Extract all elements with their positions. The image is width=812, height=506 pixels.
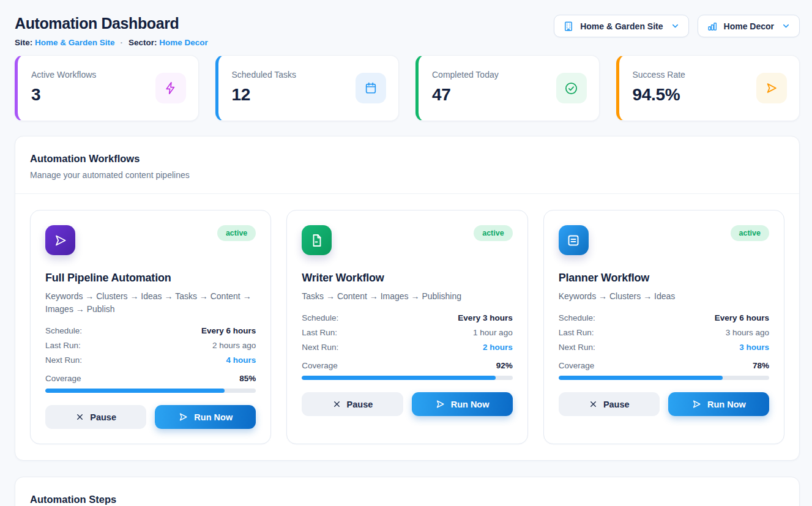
workflow-title: Planner Workflow	[559, 272, 769, 285]
stats-row: Active Workflows 3 Scheduled Tasks 12 Co…	[15, 55, 800, 121]
workflows-panel: Automation Workflows Manage your automat…	[15, 136, 800, 461]
workflow-pipeline: Tasks → Content → Images → Publishing	[302, 290, 512, 303]
workflows-panel-subtitle: Manage your automated content pipelines	[30, 170, 784, 180]
pause-button[interactable]: Pause	[559, 392, 660, 416]
coverage-value: 85%	[239, 374, 256, 383]
check-circle-icon	[556, 73, 587, 103]
sector-label: Sector:	[129, 38, 157, 47]
sector-selector-label: Home Decor	[724, 21, 774, 31]
workflow-card-planner: active Planner Workflow Keywords → Clust…	[543, 210, 784, 444]
next-run-row: Next Run: 2 hours	[302, 343, 512, 352]
stat-label: Success Rate	[633, 70, 685, 80]
coverage-progress-fill	[45, 389, 225, 393]
coverage-progress-bar	[45, 389, 256, 393]
last-run-row: Last Run: 3 hours ago	[559, 328, 769, 337]
workflow-pipeline: Keywords → Clusters → Ideas	[559, 290, 769, 303]
send-icon	[435, 399, 445, 409]
last-run-row: Last Run: 2 hours ago	[45, 341, 256, 350]
stat-label: Scheduled Tasks	[232, 70, 297, 80]
run-now-button[interactable]: Run Now	[155, 405, 256, 429]
send-icon	[691, 399, 702, 409]
send-icon	[178, 412, 188, 422]
stat-label: Active Workflows	[31, 70, 96, 80]
workflow-grid: active Full Pipeline Automation Keywords…	[30, 210, 784, 444]
run-now-button[interactable]: Run Now	[668, 392, 769, 416]
send-icon	[45, 225, 75, 255]
stat-label: Completed Today	[432, 70, 499, 80]
schedule-row: Schedule: Every 3 hours	[302, 313, 512, 322]
workflow-title: Full Pipeline Automation	[45, 272, 256, 285]
topbar: Automation Dashboard Site: Home & Garden…	[15, 10, 800, 47]
status-badge: active	[217, 225, 256, 241]
sector-link[interactable]: Home Decor	[159, 38, 208, 47]
pause-button[interactable]: Pause	[45, 405, 146, 429]
workflows-panel-body: active Full Pipeline Automation Keywords…	[15, 193, 799, 460]
run-now-button[interactable]: Run Now	[412, 392, 513, 416]
sector-selector-dropdown[interactable]: Home Decor	[698, 15, 800, 37]
stat-card-active-workflows: Active Workflows 3	[15, 55, 199, 121]
x-icon	[75, 412, 84, 422]
site-selector-label: Home & Garden Site	[580, 21, 663, 31]
next-run-row: Next Run: 4 hours	[45, 355, 256, 365]
stat-card-success-rate: Success Rate 94.5%	[616, 55, 800, 121]
bar-chart-icon	[707, 21, 718, 32]
stat-card-completed-today: Completed Today 47	[415, 55, 600, 121]
coverage-block: Coverage 92%	[302, 361, 512, 380]
x-icon	[332, 400, 341, 409]
file-text-icon	[302, 225, 332, 255]
heading-block: Automation Dashboard Site: Home & Garden…	[15, 10, 208, 47]
coverage-value: 78%	[753, 361, 769, 370]
steps-panel-title: Automation Steps	[30, 494, 784, 505]
selectors: Home & Garden Site Home Decor	[554, 15, 800, 37]
steps-panel: Automation Steps Configure which steps a…	[15, 477, 800, 506]
workflow-pipeline: Keywords → Clusters → Ideas → Tasks → Co…	[45, 290, 256, 316]
schedule-row: Schedule: Every 6 hours	[45, 326, 256, 335]
chevron-down-icon	[781, 21, 791, 31]
coverage-block: Coverage 78%	[559, 361, 769, 380]
coverage-progress-bar	[559, 376, 769, 380]
stat-value: 94.5%	[633, 85, 685, 105]
schedule-row: Schedule: Every 6 hours	[559, 313, 769, 322]
chevron-down-icon	[671, 21, 680, 31]
building-icon	[563, 21, 574, 32]
site-link[interactable]: Home & Garden Site	[35, 38, 115, 47]
stat-value: 12	[232, 85, 297, 105]
stat-value: 3	[31, 85, 96, 105]
pause-button[interactable]: Pause	[302, 392, 403, 416]
workflow-card-writer: active Writer Workflow Tasks → Content →…	[286, 210, 527, 444]
status-badge: active	[731, 225, 769, 241]
site-label: Site:	[15, 38, 32, 47]
x-icon	[589, 400, 598, 409]
note-icon	[559, 225, 589, 255]
coverage-value: 92%	[496, 361, 513, 370]
calendar-icon	[356, 73, 386, 103]
page-title: Automation Dashboard	[15, 15, 208, 32]
send-icon	[756, 73, 787, 103]
steps-panel-header: Automation Steps Configure which steps a…	[15, 477, 799, 506]
status-badge: active	[474, 225, 512, 241]
workflows-panel-header: Automation Workflows Manage your automat…	[15, 136, 799, 193]
next-run-row: Next Run: 3 hours	[559, 343, 769, 352]
workflows-panel-title: Automation Workflows	[30, 153, 784, 165]
lightning-icon	[155, 73, 186, 103]
coverage-progress-bar	[302, 376, 512, 380]
coverage-progress-fill	[559, 376, 723, 380]
workflow-title: Writer Workflow	[302, 272, 512, 285]
dot-separator: ·	[121, 38, 124, 47]
stat-value: 47	[432, 85, 499, 105]
stat-card-scheduled-tasks: Scheduled Tasks 12	[215, 55, 400, 121]
coverage-progress-fill	[302, 376, 496, 380]
workflow-card-full-pipeline: active Full Pipeline Automation Keywords…	[30, 210, 271, 444]
automation-dashboard-page: Automation Dashboard Site: Home & Garden…	[0, 0, 812, 506]
last-run-row: Last Run: 1 hour ago	[302, 328, 512, 337]
coverage-block: Coverage 85%	[45, 374, 256, 393]
site-selector-dropdown[interactable]: Home & Garden Site	[554, 15, 688, 37]
breadcrumb: Site: Home & Garden Site·Sector: Home De…	[15, 38, 208, 47]
